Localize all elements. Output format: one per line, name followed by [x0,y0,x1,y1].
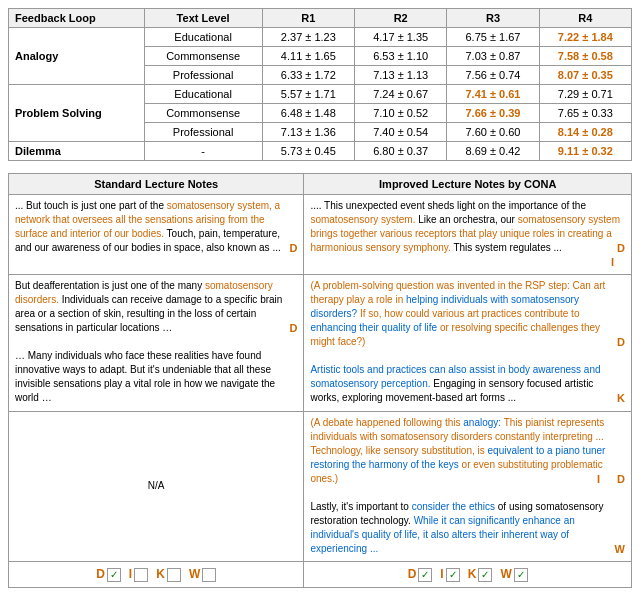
check-W-right-box: ✓ [514,568,528,582]
col-r1: R1 [262,9,354,28]
lecture-comparison-table: Standard Lecture Notes Improved Lecture … [8,173,632,588]
letter-W-label: W [189,566,200,583]
letter-K-right-label: K [468,566,477,583]
check-D-left: D ✓ [96,566,121,583]
r4-value: 9.11 ± 0.32 [539,142,631,161]
improved-notes-header: Improved Lecture Notes by CONA [304,174,632,195]
r1-value: 7.13 ± 1.36 [262,123,354,142]
level-label: Educational [144,85,262,104]
comparison-row: But deafferentation is just one of the m… [9,275,632,411]
check-W-right: W ✓ [500,566,527,583]
check-I-box [134,568,148,582]
table-row: Dilemma - 5.73 ± 0.45 6.80 ± 0.37 8.69 ±… [9,142,632,161]
r3-value: 7.56 ± 0.74 [447,66,539,85]
check-I-right: I ✓ [440,566,459,583]
col-r4: R4 [539,9,631,28]
footer-right: D ✓ I ✓ K ✓ W ✓ [304,562,632,588]
check-K-box [167,568,181,582]
check-D-right: D ✓ [408,566,433,583]
table-row: Analogy Educational 2.37 ± 1.23 4.17 ± 1… [9,28,632,47]
standard-cell-1: ... But touch is just one part of the so… [9,195,304,275]
r3-value: 6.75 ± 1.67 [447,28,539,47]
comparison-row: ... But touch is just one part of the so… [9,195,632,275]
improved-cell-2: (A problem-solving question was invented… [304,275,632,411]
improved-cell-3: (A debate happened following this analog… [304,411,632,561]
col-feedback-loop: Feedback Loop [9,9,145,28]
table-row: Problem Solving Educational 5.57 ± 1.71 … [9,85,632,104]
check-K-left: K [156,566,181,583]
results-table: Feedback Loop Text Level R1 R2 R3 R4 Ana… [8,8,632,161]
r1-value: 6.33 ± 1.72 [262,66,354,85]
r4-value: 7.58 ± 0.58 [539,47,631,66]
r2-value: 7.24 ± 0.67 [355,85,447,104]
letter-I-label: I [129,566,132,583]
letter-D-label: D [96,566,105,583]
r2-value: 7.40 ± 0.54 [355,123,447,142]
letter-K-label: K [156,566,165,583]
check-D-box: ✓ [107,568,121,582]
footer-left: D ✓ I K W [9,562,304,588]
r4-value: 7.29 ± 0.71 [539,85,631,104]
r4-value: 7.22 ± 1.84 [539,28,631,47]
col-r2: R2 [355,9,447,28]
level-label: Commonsense [144,47,262,66]
check-W-box [202,568,216,582]
right-footer-icons: D ✓ I ✓ K ✓ W ✓ [306,566,629,583]
r4-value: 8.14 ± 0.28 [539,123,631,142]
group-label: Analogy [9,28,145,85]
r3-value: 7.41 ± 0.61 [447,85,539,104]
left-footer-icons: D ✓ I K W [11,566,301,583]
check-I-right-box: ✓ [446,568,460,582]
r1-value: 5.57 ± 1.71 [262,85,354,104]
group-label: Dilemma [9,142,145,161]
r2-value: 7.13 ± 1.13 [355,66,447,85]
r2-value: 4.17 ± 1.35 [355,28,447,47]
standard-cell-3: N/A [9,411,304,561]
r4-value: 7.65 ± 0.33 [539,104,631,123]
comparison-row: N/A (A debate happened following this an… [9,411,632,561]
r1-value: 5.73 ± 0.45 [262,142,354,161]
level-label: Professional [144,123,262,142]
r3-value: 7.60 ± 0.60 [447,123,539,142]
r4-value: 8.07 ± 0.35 [539,66,631,85]
check-D-right-box: ✓ [418,568,432,582]
improved-cell-1: .... This unexpected event sheds light o… [304,195,632,275]
col-text-level: Text Level [144,9,262,28]
letter-D-right-label: D [408,566,417,583]
check-K-right-box: ✓ [478,568,492,582]
level-label: Professional [144,66,262,85]
group-label: Problem Solving [9,85,145,142]
letter-I-right-label: I [440,566,443,583]
r1-value: 4.11 ± 1.65 [262,47,354,66]
r3-value: 8.69 ± 0.42 [447,142,539,161]
level-label: Commonsense [144,104,262,123]
level-label: Educational [144,28,262,47]
r2-value: 6.53 ± 1.10 [355,47,447,66]
standard-notes-header: Standard Lecture Notes [9,174,304,195]
standard-cell-2: But deafferentation is just one of the m… [9,275,304,411]
check-K-right: K ✓ [468,566,493,583]
r3-value: 7.03 ± 0.87 [447,47,539,66]
r3-value: 7.66 ± 0.39 [447,104,539,123]
footer-row: D ✓ I K W [9,562,632,588]
letter-W-right-label: W [500,566,511,583]
r2-value: 6.80 ± 0.37 [355,142,447,161]
r1-value: 2.37 ± 1.23 [262,28,354,47]
r1-value: 6.48 ± 1.48 [262,104,354,123]
level-label: - [144,142,262,161]
check-W-left: W [189,566,216,583]
check-I-left: I [129,566,148,583]
col-r3: R3 [447,9,539,28]
r2-value: 7.10 ± 0.52 [355,104,447,123]
